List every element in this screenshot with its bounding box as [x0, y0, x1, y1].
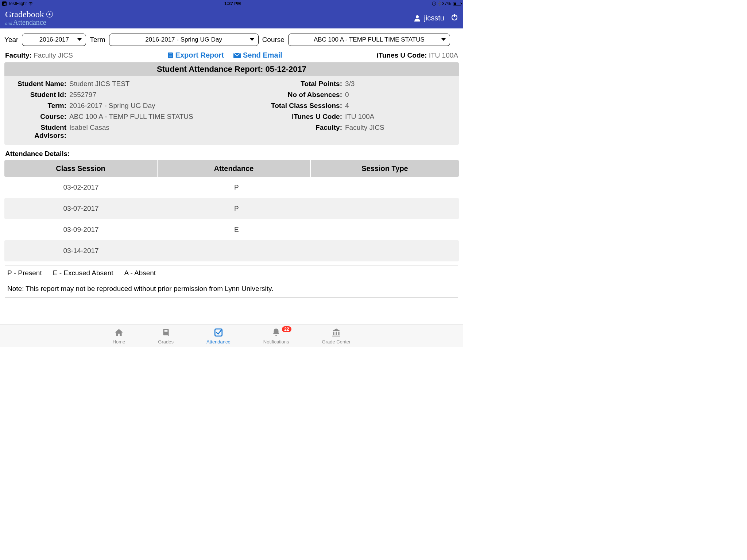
tab-attendance[interactable]: Attendance — [206, 328, 231, 345]
tab-grades[interactable]: Grades — [158, 328, 174, 345]
user-menu[interactable]: jicsstu — [414, 14, 444, 22]
student-name-value: Student JICS TEST — [69, 80, 265, 88]
student-name-label: Student Name: — [7, 80, 69, 88]
col-class-session: Class Session — [4, 160, 158, 177]
cell-attendance: E — [158, 219, 311, 240]
tab-bar: Home Grades Attendance 22 Notifications … — [0, 324, 463, 347]
svg-rect-4 — [168, 52, 173, 58]
report-meta: Student Name: Student JICS TEST Total Po… — [4, 76, 459, 145]
brand-bottom-text: Attendance — [13, 18, 46, 26]
cell-type — [311, 177, 459, 198]
itunes-value: ITU 100A — [429, 51, 458, 59]
info-row: Faculty: Faculty JICS Export Report Send… — [0, 50, 463, 62]
table-row[interactable]: 03-02-2017 P — [4, 177, 459, 198]
tab-notifications[interactable]: 22 Notifications — [263, 328, 289, 345]
legend-absent: A - Absent — [124, 269, 156, 277]
absences-label: No of Absences: — [265, 91, 345, 99]
course-meta-value: ABC 100 A - TEMP FULL TIME STATUS — [69, 113, 265, 121]
absences-value: 0 — [345, 91, 456, 99]
cell-attendance — [158, 240, 311, 261]
cell-date: 03-07-2017 — [4, 198, 158, 219]
document-icon — [167, 52, 173, 59]
itunes-meta-label: iTunes U Code: — [265, 113, 345, 121]
tab-home-label: Home — [113, 339, 125, 345]
total-points-value: 3/3 — [345, 80, 456, 88]
course-select[interactable]: ABC 100 A - TEMP FULL TIME STATUS — [288, 34, 450, 46]
attendance-table: Class Session Attendance Session Type 03… — [4, 160, 459, 261]
sessions-label: Total Class Sessions: — [265, 102, 345, 110]
svg-rect-10 — [164, 331, 167, 332]
course-label: Course — [262, 36, 285, 44]
battery-percent: 37% — [442, 1, 451, 6]
cell-type — [311, 198, 459, 219]
faculty-value: Faculty JICS — [34, 51, 73, 59]
itunes-block: iTunes U Code: ITU 100A — [377, 51, 458, 59]
table-row[interactable]: 03-07-2017 P — [4, 198, 459, 219]
back-to-app-icon[interactable]: ◀ — [2, 1, 7, 6]
faculty-label: Faculty: — [5, 51, 32, 59]
brand-and-text: and — [5, 20, 12, 26]
export-report-button[interactable]: Export Report — [167, 51, 224, 59]
status-left: ◀ TestFlight — [2, 1, 33, 6]
term-meta-label: Term: — [7, 102, 69, 110]
legend-excused: E - Excused Absent — [53, 269, 113, 277]
cell-attendance: P — [158, 177, 311, 198]
table-row[interactable]: 03-09-2017 E — [4, 219, 459, 240]
brand-top-text: Gradebook — [5, 10, 44, 19]
chevron-down-icon — [441, 38, 446, 42]
report-note: Note: This report may not be reproduced … — [5, 281, 458, 297]
status-time: 1:27 PM — [33, 1, 432, 6]
cell-date: 03-14-2017 — [4, 240, 158, 261]
chevron-down-icon — [77, 38, 82, 42]
advisors-value: Isabel Casas — [69, 124, 265, 140]
tab-home[interactable]: Home — [113, 328, 125, 345]
faculty-meta-value: Faculty JICS — [345, 124, 456, 140]
chevron-down-icon — [249, 38, 255, 42]
faculty-meta-label: Faculty: — [265, 124, 345, 140]
table-row[interactable]: 03-14-2017 — [4, 240, 459, 261]
app-logo: Gradebook ✦ andAttendance — [5, 10, 53, 26]
filter-bar: Year 2016-2017 Term 2016-2017 - Spring U… — [0, 28, 463, 50]
table-header: Class Session Attendance Session Type — [4, 160, 459, 177]
svg-point-1 — [416, 15, 419, 18]
brand-mark-icon: ✦ — [46, 11, 53, 18]
itunes-meta-value: ITU 100A — [345, 113, 456, 121]
send-email-button[interactable]: Send Email — [233, 51, 282, 59]
faculty-block: Faculty: Faculty JICS — [5, 51, 73, 59]
wifi-icon — [28, 2, 33, 5]
power-button[interactable] — [451, 13, 458, 22]
student-id-label: Student Id: — [7, 91, 69, 99]
notification-badge: 22 — [282, 326, 291, 332]
bell-icon — [271, 328, 281, 338]
svg-rect-5 — [169, 54, 172, 54]
cell-date: 03-09-2017 — [4, 219, 158, 240]
tab-notifications-label: Notifications — [263, 339, 289, 345]
legend-block: P - Present E - Excused Absent A - Absen… — [5, 265, 458, 298]
col-attendance: Attendance — [158, 160, 311, 177]
year-select[interactable]: 2016-2017 — [22, 34, 86, 46]
term-select[interactable]: 2016-2017 - Spring UG Day — [109, 34, 259, 46]
cell-type — [311, 240, 459, 261]
tab-grade-center[interactable]: Grade Center — [322, 328, 351, 345]
legend: P - Present E - Excused Absent A - Absen… — [5, 265, 458, 281]
app-header: Gradebook ✦ andAttendance jicsstu — [0, 7, 463, 28]
report-panel: Student Attendance Report: 05-12-2017 St… — [4, 62, 459, 145]
tab-attendance-label: Attendance — [206, 339, 231, 345]
checkbox-icon — [214, 328, 223, 338]
svg-rect-9 — [164, 330, 167, 331]
export-report-label: Export Report — [175, 51, 224, 59]
report-title: Student Attendance Report: 05-12-2017 — [4, 62, 459, 76]
tab-grades-label: Grades — [158, 339, 174, 345]
send-email-label: Send Email — [243, 51, 282, 59]
tab-grade-center-label: Grade Center — [322, 339, 351, 345]
course-value: ABC 100 A - TEMP FULL TIME STATUS — [314, 36, 425, 43]
carrier-label: TestFlight — [8, 1, 27, 6]
username-label: jicsstu — [424, 14, 444, 22]
legend-present: P - Present — [7, 269, 42, 277]
cell-attendance: P — [158, 198, 311, 219]
svg-rect-6 — [169, 55, 172, 55]
bluetooth-icon — [438, 1, 441, 6]
term-value: 2016-2017 - Spring UG Day — [145, 36, 222, 43]
attendance-details-heading: Attendance Details: — [5, 150, 458, 158]
sessions-value: 4 — [345, 102, 456, 110]
